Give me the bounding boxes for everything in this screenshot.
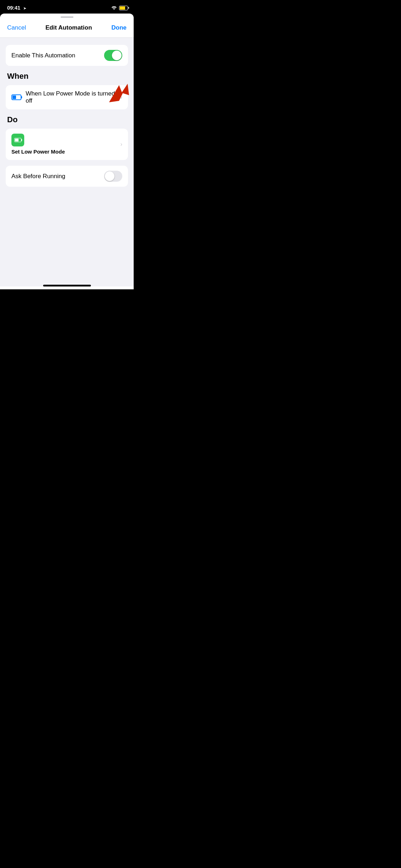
toggle-thumb: [112, 51, 122, 60]
wifi-icon: [111, 5, 117, 11]
enable-toggle[interactable]: [104, 50, 122, 61]
when-card[interactable]: When Low Power Mode is turned off ›: [6, 85, 128, 109]
trigger-text: When Low Power Mode is turned off: [26, 90, 120, 104]
sheet: Cancel Edit Automation Done Enable This …: [0, 14, 134, 289]
do-row: Set Low Power Mode ›: [6, 129, 128, 160]
ask-toggle[interactable]: [104, 171, 122, 182]
ask-label: Ask Before Running: [11, 173, 65, 180]
action-label: Set Low Power Mode: [11, 149, 65, 155]
content: Enable This Automation When When Low Pow…: [0, 38, 134, 286]
low-power-mode-icon: [11, 94, 21, 100]
action-icon-container: [11, 134, 24, 146]
ask-toggle-thumb: [105, 171, 114, 181]
ask-row: Ask Before Running: [6, 166, 128, 187]
status-icons: ⚡: [111, 5, 128, 11]
enable-row: Enable This Automation: [6, 45, 128, 66]
chevron-icon: ›: [120, 94, 122, 100]
when-section-header: When: [7, 72, 127, 81]
location-icon: ➤: [23, 6, 26, 10]
do-chevron-icon: ›: [120, 141, 122, 148]
enable-label: Enable This Automation: [11, 52, 75, 59]
do-card[interactable]: Set Low Power Mode ›: [6, 129, 128, 160]
ask-before-running-card: Ask Before Running: [6, 166, 128, 187]
enable-automation-card: Enable This Automation: [6, 45, 128, 66]
battery-icon: ⚡: [119, 6, 128, 10]
done-button[interactable]: Done: [112, 24, 127, 31]
page-title: Edit Automation: [45, 24, 92, 31]
status-time: 09:41: [7, 5, 20, 11]
nav-bar: Cancel Edit Automation Done: [0, 18, 134, 38]
do-section-header: Do: [7, 115, 127, 124]
status-left: 09:41 ➤: [7, 5, 26, 11]
when-row: When Low Power Mode is turned off ›: [6, 85, 128, 109]
cancel-button[interactable]: Cancel: [7, 24, 26, 31]
battery-action-icon: [14, 138, 21, 142]
home-indicator: [43, 285, 91, 286]
